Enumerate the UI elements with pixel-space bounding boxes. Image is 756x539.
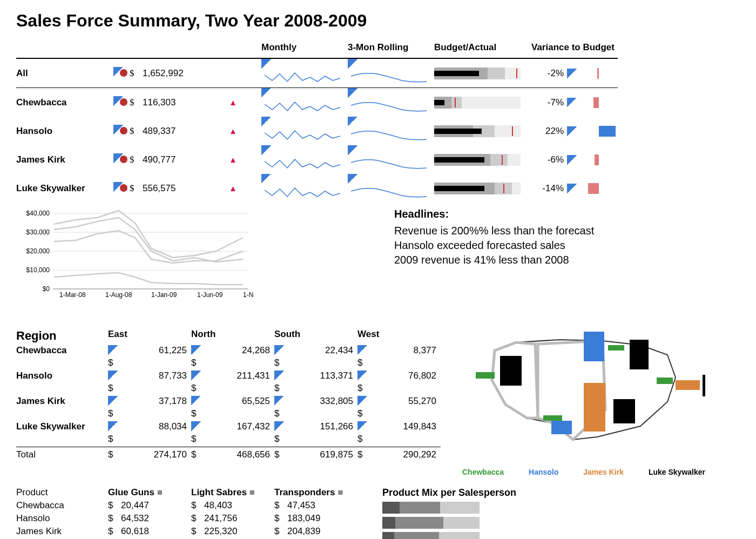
drill-icon[interactable]: $ [274,421,287,444]
region-total: 468,656 [204,449,274,460]
revenue-value: 1,652,992 [143,68,229,79]
drill-icon[interactable]: $ [108,396,121,419]
drill-icon[interactable]: $ [191,421,204,444]
product-value: 47,453 [287,500,357,511]
drill-icon[interactable]: $ [274,345,287,368]
sparkline-monthly [261,145,348,174]
sparkline-monthly [261,117,348,145]
drill-icon[interactable] [113,182,130,194]
region-value: 113,371 [287,370,357,394]
drill-icon[interactable]: $ [191,345,204,368]
region-total: 290,292 [370,449,441,460]
headline-item: 2009 revenue is 41% less than 2008 [394,254,594,266]
salesperson-name: James Kirk [16,154,113,165]
revenue-value: 556,575 [143,183,229,194]
product-title: Product [16,487,108,498]
svg-rect-25 [657,378,673,384]
drill-icon[interactable]: $ [108,345,121,368]
product-value: 241,756 [204,513,274,524]
headline-item: Hansolo exceeded forecasted sales [394,239,594,252]
region-value: 211,431 [204,370,274,394]
product-col: Light Sabres ■ [191,487,274,498]
currency-symbol: $ [130,68,143,79]
map-chart: ChewbaccaHansoloJames KirkLuke Skywalker [462,329,705,460]
drill-icon[interactable]: $ [108,421,121,444]
bullet-chart [434,183,531,194]
svg-rect-20 [584,332,604,361]
product-col: Transponders ■ [274,487,357,498]
product-value: 48,403 [204,500,274,511]
sparkline-rolling [348,88,434,117]
mix-title: Product Mix per Salesperson [382,487,516,498]
currency-symbol: $ [130,154,143,165]
drill-icon[interactable]: $ [108,370,121,394]
drill-icon[interactable] [113,125,130,137]
product-value: 204,839 [287,526,357,537]
drill-icon[interactable]: $ [357,396,370,419]
svg-rect-23 [630,340,649,369]
svg-text:$40,000: $40,000 [26,210,50,217]
mix-bar [382,517,480,529]
sparkline-rolling [348,117,434,145]
drill-icon[interactable]: $ [191,396,204,419]
drill-icon[interactable]: $ [191,370,204,394]
region-value: 88,034 [121,421,191,444]
legend-item: James Kirk [583,468,624,476]
svg-text:$10,000: $10,000 [26,266,50,274]
drill-icon[interactable] [113,67,130,79]
svg-rect-16 [476,372,495,379]
headline-item: Revenue is 200%% less than the forecast [394,225,594,237]
svg-text:$30,000: $30,000 [26,228,50,236]
svg-text:1-Jan-09: 1-Jan-09 [151,291,177,299]
currency-symbol: $ [191,500,204,511]
drill-icon[interactable]: $ [357,345,370,368]
svg-text:1-Mar-08: 1-Mar-08 [59,291,86,299]
mix-bar [382,532,480,539]
bullet-chart [434,97,531,109]
variance-cell: -6% [531,153,618,167]
alert-icon: ▲ [229,126,261,137]
legend-item: Luke Skywalker [649,468,705,476]
drill-icon[interactable]: $ [357,370,370,394]
currency-symbol: $ [191,449,204,460]
currency-symbol: $ [130,183,143,194]
summary-table: Monthly 3-Mon Rolling Budget/Actual Vari… [16,39,740,203]
region-row-name: James Kirk [16,396,108,419]
drill-icon[interactable] [113,96,130,109]
region-row-name: Chewbacca [16,345,108,368]
region-value: 61,225 [121,345,191,368]
currency-symbol: $ [108,500,121,511]
region-value: 167,432 [204,421,274,444]
svg-text:$20,000: $20,000 [26,247,50,255]
product-value: 60,618 [121,526,191,537]
svg-text:$0: $0 [43,285,50,293]
drill-icon[interactable]: $ [357,421,370,444]
region-value: 37,178 [121,396,191,419]
drill-icon[interactable]: $ [274,370,287,394]
drill-icon[interactable] [113,153,130,166]
salesperson-name: Hansolo [16,126,113,137]
region-col: East [108,329,191,343]
product-value: 225,320 [204,526,274,537]
region-total-label: Total [16,449,108,460]
region-table: RegionEastNorthSouthWestChewbacca$61,225… [16,329,441,460]
bullet-chart [434,154,531,166]
region-value: 22,434 [287,345,357,368]
headlines-title: Headlines: [394,208,594,220]
alert-icon: ▲ [229,183,261,194]
currency-symbol: $ [274,513,287,524]
headlines: Headlines: Revenue is 200%% less than th… [394,208,594,307]
region-col: West [357,329,441,343]
revenue-value: 489,337 [143,126,229,137]
region-value: 65,525 [204,396,274,419]
svg-rect-24 [613,399,635,423]
legend-item: Chewbacca [462,468,504,476]
currency-symbol: $ [130,126,143,137]
drill-icon[interactable]: $ [274,396,287,419]
product-mix: Product Mix per Salesperson [382,487,516,539]
svg-rect-26 [676,380,700,390]
product-value: 64,532 [121,513,191,524]
currency-symbol: $ [108,513,121,524]
variance-cell: -7% [531,96,618,110]
region-row-name: Luke Skywalker [16,421,108,444]
